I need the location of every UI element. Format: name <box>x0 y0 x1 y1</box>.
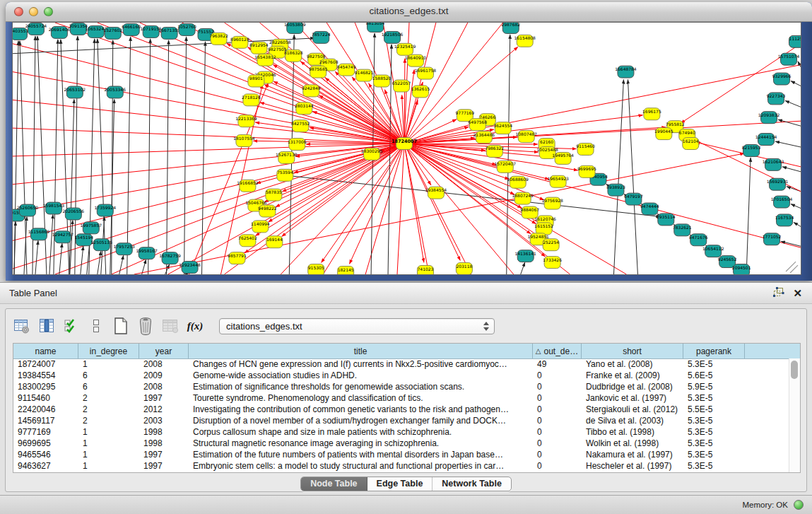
graph-edge[interactable] <box>127 37 131 274</box>
table-cell[interactable]: 9699695 <box>13 438 78 449</box>
table-cell[interactable]: 14569117 <box>13 415 78 426</box>
table-cell[interactable]: 5.3E-5 <box>683 426 745 438</box>
table-cell[interactable]: Jankovic et al. (1997) <box>582 392 683 404</box>
graph-edge[interactable] <box>791 81 801 86</box>
graph-edge[interactable] <box>404 144 460 260</box>
table-cell[interactable]: 0 <box>533 438 582 449</box>
graph-edge[interactable] <box>322 144 404 262</box>
table-cell[interactable]: 2 <box>78 392 139 404</box>
table-cell[interactable]: 1997 <box>139 460 189 472</box>
table-cell[interactable]: 0 <box>533 404 582 415</box>
table-cell[interactable]: Structural magnetic resonance image aver… <box>189 438 533 449</box>
graph-edge[interactable] <box>775 141 801 147</box>
delete-table-icon[interactable] <box>136 317 155 335</box>
table-cell[interactable]: 1 <box>78 426 139 438</box>
graph-edge[interactable] <box>507 35 510 274</box>
graph-edge[interactable] <box>165 264 170 274</box>
table-cell[interactable]: 6 <box>78 381 139 392</box>
table-cell[interactable]: 2009 <box>139 370 189 381</box>
column-header-year[interactable]: year <box>139 344 189 358</box>
table-cell[interactable]: 18724007 <box>13 358 78 370</box>
close-panel-icon[interactable]: ✕ <box>793 288 802 299</box>
table-cell[interactable]: 1 <box>78 438 139 449</box>
table-cell[interactable]: 2012 <box>139 404 189 415</box>
table-cell[interactable]: 0 <box>533 415 582 426</box>
window-titlebar[interactable]: citations_edges.txt <box>6 2 812 22</box>
column-header-title[interactable]: title <box>189 344 533 358</box>
graph-edge[interactable] <box>628 80 637 274</box>
network-canvas[interactable]: 1403557240557242069140630913541065324715… <box>12 22 801 275</box>
table-cell[interactable]: Hescheler et al. (1997) <box>582 460 683 472</box>
graph-edge[interactable] <box>404 144 424 262</box>
table-cell[interactable]: 5.3E-5 <box>683 438 745 449</box>
table-cell[interactable]: 0 <box>533 426 582 438</box>
table-cell[interactable]: Changes of HCN gene expression and I(f) … <box>189 358 533 370</box>
table-cell[interactable]: 5.3E-5 <box>683 392 745 404</box>
table-row[interactable]: 1938455462009Genome-wide association stu… <box>13 370 789 381</box>
table-scrollbar[interactable] <box>789 358 800 472</box>
graph-edge[interactable] <box>521 262 525 274</box>
graph-edge[interactable] <box>404 65 801 144</box>
table-row[interactable]: 969969511998Structural magnetic resonanc… <box>13 438 789 449</box>
new-table-icon[interactable] <box>112 317 130 335</box>
table-row[interactable]: 2242004622012Investigating the contribut… <box>13 404 789 415</box>
table-cell[interactable]: Corpus callosum shape and size in male p… <box>189 426 533 438</box>
table-cell[interactable]: 0 <box>533 381 582 392</box>
table-cell[interactable]: 2008 <box>139 358 189 370</box>
table-cell[interactable]: Nakamura et al. (1997) <box>582 449 683 460</box>
table-cell[interactable]: 5.5E-5 <box>683 404 745 415</box>
table-cell[interactable]: Genome-wide association studies in ADHD. <box>189 370 533 381</box>
table-row[interactable]: 1830029562008Estimation of significance … <box>13 381 789 392</box>
table-row[interactable]: 1456911722003Disruption of a novel membe… <box>13 415 789 426</box>
table-cell[interactable]: 2 <box>78 404 139 415</box>
table-cell[interactable]: 9777169 <box>13 426 78 438</box>
graph-edge[interactable] <box>404 144 549 180</box>
table-cell[interactable]: 5.3E-5 <box>683 415 745 426</box>
graph-edge[interactable] <box>81 246 83 274</box>
table-selector-dropdown[interactable]: citations_edges.txt <box>219 318 495 334</box>
graph-edge[interactable] <box>49 214 53 274</box>
table-cell[interactable]: 5.9E-5 <box>683 381 745 392</box>
graph-edge[interactable] <box>119 255 124 274</box>
tab-edge-table[interactable]: Edge Table <box>367 477 433 491</box>
table-cell[interactable]: Investigating the contribution of common… <box>189 404 533 415</box>
table-cell[interactable]: Yano et al. (2008) <box>582 358 683 370</box>
show-column-icon[interactable] <box>37 317 56 335</box>
function-builder-icon[interactable]: f(x) <box>186 317 204 335</box>
graph-edge[interactable] <box>98 251 101 274</box>
row-height-icon[interactable] <box>87 317 105 335</box>
table-cell[interactable]: 9463627 <box>13 460 78 472</box>
table-cell[interactable]: 9465546 <box>13 449 78 460</box>
graph-edge[interactable] <box>13 100 404 144</box>
graph-edge[interactable] <box>35 240 38 274</box>
table-cell[interactable]: 49 <box>533 358 582 370</box>
table-cell[interactable]: 6 <box>78 370 139 381</box>
graph-edge[interactable] <box>778 119 801 126</box>
table-cell[interactable]: Franke et al. (2009) <box>582 370 683 381</box>
table-cell[interactable]: 1997 <box>139 449 189 460</box>
table-cell[interactable]: 1998 <box>139 426 189 438</box>
table-cell[interactable]: 1 <box>78 460 139 472</box>
graph-edge[interactable] <box>13 128 404 144</box>
table-cell[interactable]: Estimation of the future numbers of pati… <box>189 449 533 460</box>
graph-edge[interactable] <box>404 144 531 234</box>
graph-edge[interactable] <box>781 241 801 246</box>
table-cell[interactable]: 9115460 <box>13 392 78 404</box>
graph-edge[interactable] <box>404 23 468 144</box>
table-cell[interactable]: Disruption of a novel member of a sodium… <box>189 415 533 426</box>
table-cell[interactable]: 2008 <box>139 381 189 392</box>
tab-node-table[interactable]: Node Table <box>301 477 367 491</box>
graph-edge[interactable] <box>69 99 74 274</box>
table-cell[interactable]: 1998 <box>139 438 189 449</box>
import-table-icon[interactable] <box>161 317 180 335</box>
graph-edge[interactable] <box>791 204 801 209</box>
column-header-pagerank[interactable]: pagerank <box>683 344 745 358</box>
table-cell[interactable]: Embryonic stem cells: a model to study s… <box>189 460 533 472</box>
table-cell[interactable]: 2003 <box>139 415 189 426</box>
table-scrollbar-thumb[interactable] <box>791 361 798 379</box>
graph-edge[interactable] <box>184 37 187 274</box>
table-cell[interactable]: 5.3E-5 <box>683 358 745 370</box>
table-cell[interactable]: 5.3E-5 <box>683 449 745 460</box>
graph-edge[interactable] <box>613 80 623 274</box>
tab-network-table[interactable]: Network Table <box>433 477 511 491</box>
